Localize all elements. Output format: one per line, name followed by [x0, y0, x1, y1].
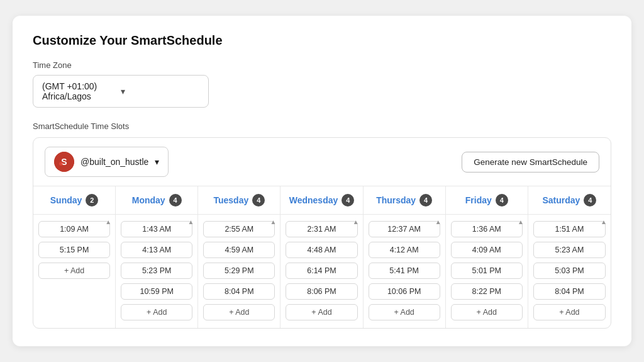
day-slots-monday: ▲1:43 AM4:13 AM5:23 PM10:59 PM+ Add — [116, 215, 197, 328]
svg-text:S: S — [61, 157, 67, 167]
day-slots-thursday: ▲12:37 AM4:12 AM5:41 PM10:06 PM+ Add — [364, 215, 445, 328]
add-slot-button[interactable]: + Add — [369, 304, 440, 320]
account-name: @built_on_hustle — [80, 157, 148, 167]
time-slot[interactable]: 5:23 AM — [533, 242, 606, 258]
slots-container: S @built_on_hustle ▾ Generate new SmartS… — [33, 137, 611, 329]
avatar: S — [54, 152, 74, 172]
page-title: Customize Your SmartSchedule — [33, 33, 611, 48]
scroll-indicator-icon: ▲ — [270, 218, 277, 225]
day-name-wednesday: Wednesday — [289, 195, 338, 205]
time-slot[interactable]: 8:04 PM — [203, 283, 275, 300]
time-slot[interactable]: 5:23 PM — [121, 263, 192, 279]
day-badge-thursday: 4 — [419, 194, 432, 206]
time-slot[interactable]: 2:31 AM — [286, 221, 357, 237]
day-col-thursday: Thursday4▲12:37 AM4:12 AM5:41 PM10:06 PM… — [364, 186, 446, 328]
day-badge-monday: 4 — [169, 194, 182, 206]
timezone-select[interactable]: (GMT +01:00) Africa/Lagos ▾ — [33, 75, 209, 108]
smartschedule-label: SmartSchedule Time Slots — [33, 122, 611, 131]
add-slot-button[interactable]: + Add — [451, 304, 523, 320]
day-col-saturday: Saturday4▲1:51 AM5:23 AM5:03 PM8:04 PM+ … — [528, 186, 611, 328]
day-badge-saturday: 4 — [584, 194, 596, 206]
slots-toolbar: S @built_on_hustle ▾ Generate new SmartS… — [33, 138, 611, 186]
scroll-indicator-icon: ▲ — [187, 218, 194, 225]
day-slots-friday: ▲1:36 AM4:09 AM5:01 PM8:22 PM+ Add — [446, 215, 528, 328]
day-header-saturday: Saturday4 — [528, 186, 611, 215]
days-grid: Sunday2▲1:09 AM5:15 PM+ AddMonday4▲1:43 … — [33, 186, 611, 328]
day-slots-saturday: ▲1:51 AM5:23 AM5:03 PM8:04 PM+ Add — [528, 215, 611, 328]
day-badge-tuesday: 4 — [252, 194, 265, 206]
day-name-sunday: Sunday — [50, 195, 82, 205]
day-header-monday: Monday4 — [116, 186, 197, 215]
day-slots-tuesday: ▲2:55 AM4:59 AM5:29 PM8:04 PM+ Add — [198, 215, 280, 328]
timezone-value: (GMT +01:00) Africa/Lagos — [42, 81, 121, 101]
day-header-wednesday: Wednesday4 — [280, 186, 362, 215]
account-chevron-icon: ▾ — [155, 157, 159, 167]
time-slot[interactable]: 5:41 PM — [369, 263, 440, 279]
day-header-thursday: Thursday4 — [364, 186, 445, 215]
timezone-label: Time Zone — [33, 60, 611, 70]
svg-point-2 — [59, 162, 63, 166]
time-slot[interactable]: 5:29 PM — [203, 263, 275, 279]
time-slot[interactable]: 4:12 AM — [369, 242, 440, 258]
generate-button[interactable]: Generate new SmartSchedule — [462, 152, 599, 173]
account-selector[interactable]: S @built_on_hustle ▾ — [45, 147, 169, 177]
time-slot[interactable]: 5:15 PM — [38, 242, 110, 258]
add-slot-button[interactable]: + Add — [38, 263, 110, 279]
day-header-friday: Friday4 — [446, 186, 528, 215]
chevron-down-icon: ▾ — [121, 86, 199, 96]
time-slot[interactable]: 2:55 AM — [203, 221, 275, 237]
day-col-sunday: Sunday2▲1:09 AM5:15 PM+ Add — [33, 186, 116, 328]
time-slot[interactable]: 8:06 PM — [286, 283, 357, 300]
day-badge-wednesday: 4 — [341, 194, 354, 206]
day-name-saturday: Saturday — [542, 195, 580, 205]
time-slot[interactable]: 1:51 AM — [533, 221, 606, 237]
scroll-indicator-icon: ▲ — [435, 218, 441, 225]
day-header-sunday: Sunday2 — [33, 186, 115, 215]
day-col-wednesday: Wednesday4▲2:31 AM4:48 AM6:14 PM8:06 PM+… — [280, 186, 363, 328]
day-header-tuesday: Tuesday4 — [198, 186, 280, 215]
time-slot[interactable]: 4:48 AM — [286, 242, 357, 258]
day-slots-wednesday: ▲2:31 AM4:48 AM6:14 PM8:06 PM+ Add — [280, 215, 362, 328]
day-badge-friday: 4 — [496, 194, 508, 206]
time-slot[interactable]: 1:36 AM — [451, 221, 523, 237]
day-col-tuesday: Tuesday4▲2:55 AM4:59 AM5:29 PM8:04 PM+ A… — [198, 186, 280, 328]
time-slot[interactable]: 5:03 PM — [533, 263, 606, 279]
time-slot[interactable]: 1:09 AM — [38, 221, 110, 237]
add-slot-button[interactable]: + Add — [203, 304, 275, 320]
day-col-friday: Friday4▲1:36 AM4:09 AM5:01 PM8:22 PM+ Ad… — [446, 186, 528, 328]
time-slot[interactable]: 4:13 AM — [121, 242, 192, 258]
day-name-friday: Friday — [465, 195, 492, 205]
time-slot[interactable]: 12:37 AM — [369, 221, 440, 237]
day-slots-sunday: ▲1:09 AM5:15 PM+ Add — [33, 215, 115, 328]
time-slot[interactable]: 10:06 PM — [369, 283, 440, 300]
day-name-tuesday: Tuesday — [213, 195, 248, 205]
day-col-monday: Monday4▲1:43 AM4:13 AM5:23 PM10:59 PM+ A… — [116, 186, 198, 328]
scroll-indicator-icon: ▲ — [518, 218, 524, 225]
add-slot-button[interactable]: + Add — [121, 304, 192, 320]
add-slot-button[interactable]: + Add — [533, 304, 606, 320]
time-slot[interactable]: 8:04 PM — [533, 283, 606, 300]
time-slot[interactable]: 6:14 PM — [286, 263, 357, 279]
time-slot[interactable]: 10:59 PM — [121, 283, 192, 300]
time-slot[interactable]: 1:43 AM — [121, 221, 192, 237]
scroll-indicator-icon: ▲ — [601, 218, 607, 225]
scroll-indicator-icon: ▲ — [353, 218, 359, 225]
time-slot[interactable]: 4:09 AM — [451, 242, 523, 258]
time-slot[interactable]: 5:01 PM — [451, 263, 523, 279]
add-slot-button[interactable]: + Add — [286, 304, 357, 320]
day-name-thursday: Thursday — [376, 195, 416, 205]
day-name-monday: Monday — [132, 195, 165, 205]
time-slot[interactable]: 8:22 PM — [451, 283, 523, 300]
scroll-indicator-icon: ▲ — [105, 218, 111, 225]
time-slot[interactable]: 4:59 AM — [203, 242, 275, 258]
main-card: Customize Your SmartSchedule Time Zone (… — [13, 16, 631, 346]
day-badge-sunday: 2 — [86, 194, 98, 206]
